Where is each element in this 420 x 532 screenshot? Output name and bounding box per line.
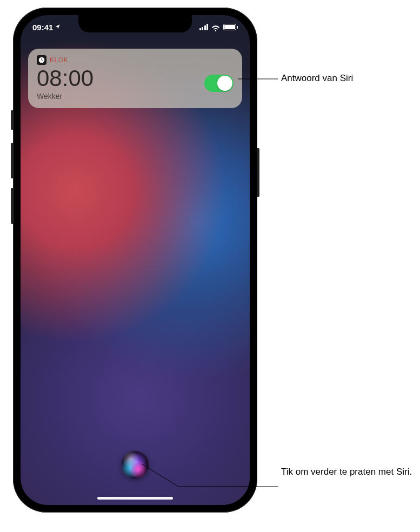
volume-button bbox=[11, 188, 13, 224]
alarm-info: 08:00 Wekker bbox=[37, 66, 94, 101]
notch bbox=[78, 15, 192, 32]
callout-siri-response: Antwoord van Siri bbox=[281, 72, 353, 85]
cellular-icon bbox=[199, 24, 209, 30]
side-button bbox=[257, 148, 259, 197]
card-header: KLOK bbox=[37, 55, 234, 65]
callout-siri-continue: Tik om verder te praten met Siri. bbox=[281, 466, 412, 478]
status-left: 09:41 bbox=[32, 23, 61, 32]
alarm-label: Wekker bbox=[37, 92, 94, 101]
status-time: 09:41 bbox=[32, 23, 53, 32]
location-icon bbox=[55, 24, 61, 31]
siri-orb-button[interactable] bbox=[121, 451, 149, 479]
battery-icon bbox=[223, 24, 238, 30]
phone-screen: 09:41 bbox=[21, 15, 250, 505]
phone-frame: 09:41 bbox=[13, 8, 257, 513]
app-name-label: KLOK bbox=[50, 56, 68, 64]
home-indicator[interactable] bbox=[97, 497, 173, 500]
alarm-toggle[interactable] bbox=[204, 75, 234, 92]
card-body: 08:00 Wekker bbox=[37, 66, 234, 101]
alarm-time: 08:00 bbox=[37, 66, 94, 91]
siri-response-card[interactable]: KLOK 08:00 Wekker bbox=[28, 49, 242, 108]
clock-app-icon bbox=[37, 55, 46, 65]
wifi-icon bbox=[211, 24, 220, 30]
status-right bbox=[199, 24, 238, 30]
